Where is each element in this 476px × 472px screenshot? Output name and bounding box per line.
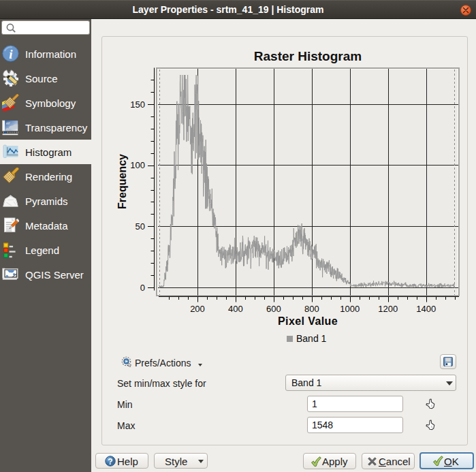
svg-text:100: 100 <box>130 160 145 170</box>
svg-text:1400: 1400 <box>416 304 436 314</box>
svg-text:800: 800 <box>304 304 319 314</box>
svg-text:1000: 1000 <box>340 304 360 314</box>
svg-text:Band 1: Band 1 <box>296 333 327 344</box>
svg-text:i: i <box>9 47 13 61</box>
svg-text:Pixel Value: Pixel Value <box>278 315 338 327</box>
svg-text:50: 50 <box>136 221 145 232</box>
svg-text:150: 150 <box>130 99 145 110</box>
svg-text:400: 400 <box>228 304 243 314</box>
svg-text:200: 200 <box>190 304 205 314</box>
svg-text:Frequency: Frequency <box>116 154 128 209</box>
svg-text:0: 0 <box>140 283 145 293</box>
svg-text:1200: 1200 <box>378 304 398 314</box>
svg-text:600: 600 <box>266 304 281 314</box>
svg-text:?: ? <box>108 457 112 467</box>
